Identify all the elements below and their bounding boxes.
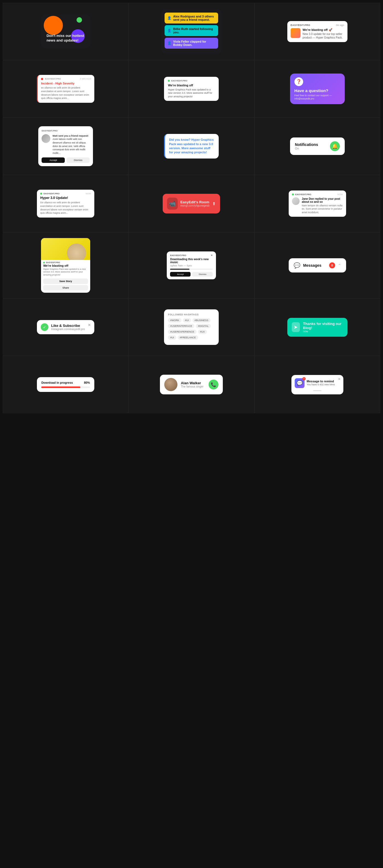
like-url: Instagram.com/easyedit.pro bbox=[51, 328, 85, 331]
easyedit-body: New 3.0 update for our top seller produc… bbox=[303, 32, 344, 39]
notifications-bell-icon[interactable]: 🔔 bbox=[330, 141, 340, 151]
incident-header: EASYEDIT.PRO 5 MIN AGO bbox=[41, 78, 91, 80]
easyedit-notif-cell: EASYEDIT.PRO 3m ago We're blasting off 🚀… bbox=[255, 3, 380, 60]
friend-req-row-3[interactable]: 👤 Viola Feller clapped for Bobby Down. bbox=[165, 38, 218, 49]
incident-title: Incident - High Severity bbox=[41, 82, 91, 85]
thanks-content: Thanks for visiting our Blog! now bbox=[303, 322, 343, 333]
jane-reply-card: EASYEDIT.PRO NOW Jane Doe replied to you… bbox=[289, 190, 346, 217]
hashtag-row-3: #USEREXPERIENCE #UX bbox=[168, 330, 215, 334]
friend-req-text-2: Billie Ruth started following you. bbox=[173, 27, 215, 34]
dm-buttons: Accept Dismiss bbox=[170, 272, 213, 277]
room-share-icon[interactable]: ⬆ bbox=[212, 201, 216, 206]
easyedit-notif-body: We're blasting off 🚀 New 3.0 update for … bbox=[291, 28, 344, 39]
version-brand: EASYEDIT.PRO bbox=[171, 80, 187, 82]
easyedit-thumbnail bbox=[291, 28, 300, 38]
hyper-header: EASYEDIT.PRO NOW bbox=[40, 192, 91, 195]
dm-accept-button[interactable]: Accept bbox=[170, 272, 190, 277]
hyper-brand: EASYEDIT.PRO bbox=[43, 192, 60, 195]
fa-text: Matt sent you a friend request! Anim lab… bbox=[53, 134, 90, 155]
dm-dismiss-button[interactable]: Dismiss bbox=[192, 272, 213, 277]
room-card: 📹 EasyEdit's Room msngr.com/y/iguvwgesb … bbox=[163, 194, 220, 213]
friend-req-text-3: Viola Feller clapped for Bobby Down. bbox=[173, 40, 215, 46]
messages-label: Messages bbox=[303, 263, 326, 268]
notifications-on-card[interactable]: Notifications On 🔔 bbox=[290, 137, 345, 155]
dl-header: Download in progress 80% bbox=[41, 381, 90, 384]
version-header: EASYEDIT.PRO bbox=[168, 80, 215, 82]
hashtag-work[interactable]: #WORK bbox=[168, 318, 181, 322]
messages-card[interactable]: 💬 Messages 0 ⌃ bbox=[289, 258, 346, 273]
fa-title: Matt sent you a friend request! bbox=[53, 134, 88, 137]
question-subtitle: Feel free to contact our support — info@… bbox=[294, 94, 341, 100]
story-image bbox=[41, 238, 90, 260]
version-body: Hyper Graphics Pack was updated to a new… bbox=[168, 88, 215, 98]
version-dot bbox=[168, 80, 170, 82]
hashtag-userexperience[interactable]: #USEREXPERIENCE bbox=[168, 330, 196, 334]
fa-dismiss-button[interactable]: Dismiss bbox=[66, 157, 90, 163]
thanks-card: ➤ Thanks for visiting our Blog! now bbox=[287, 318, 348, 337]
room-info: EasyEdit's Room msngr.com/y/iguvwgesb bbox=[180, 200, 210, 207]
friend-req-row-2[interactable]: 👤 Billie Ruth started following you. bbox=[165, 25, 218, 36]
hashtag-userinterface[interactable]: #USERINTERFACE bbox=[168, 324, 195, 328]
alan-call-button[interactable]: 📞 bbox=[209, 380, 218, 390]
dm-title: Downloading this week's new music bbox=[170, 258, 213, 264]
remind-top: 💬 5 Message to remind You have 5 432 new… bbox=[295, 378, 340, 388]
hashtag-business[interactable]: #BUSINESS bbox=[193, 318, 211, 322]
remind-body: You have 5 432 new Mms bbox=[307, 383, 335, 386]
promo-cell: Don't miss our hottest news and updates! bbox=[3, 3, 128, 60]
notifications-on-cell: Notifications On 🔔 bbox=[255, 118, 380, 175]
person-icon: 👤 bbox=[167, 16, 171, 20]
story-save-button[interactable]: Save Story bbox=[43, 278, 88, 284]
messages-badge: 0 bbox=[329, 262, 335, 268]
hyper-dot bbox=[40, 193, 42, 194]
easyedit-content: We're blasting off 🚀 New 3.0 update for … bbox=[303, 28, 344, 39]
friend-req-text-1: Alex Rodriguez and 3 others sent you a f… bbox=[173, 15, 215, 21]
story-face bbox=[67, 244, 86, 260]
like-title: Like & Subscribe bbox=[51, 323, 85, 328]
promo-text: Don't miss our hottest news and updates! bbox=[47, 34, 85, 43]
thanks-title: Thanks for visiting our Blog! bbox=[303, 322, 343, 330]
friend-req-row-1[interactable]: 👤 Alex Rodriguez and 3 others sent you a… bbox=[165, 12, 218, 24]
hashtag-digital[interactable]: #DIGITAL bbox=[196, 324, 211, 328]
question-title: Have a question? bbox=[294, 88, 341, 93]
friend-accept-cell: EASYEDIT.PRO Matt sent you a friend requ… bbox=[3, 118, 128, 175]
remind-cell: ✕ 💬 5 Message to remind You have 5 432 n… bbox=[255, 356, 380, 413]
remind-title: Message to remind bbox=[307, 380, 335, 383]
dm-brand-row: EASYEDIT.PRO ✕ bbox=[170, 254, 213, 257]
jane-content: Jane Doe replied to your post about so a… bbox=[302, 197, 343, 214]
friend-requests-card: 👤 Alex Rodriguez and 3 others sent you a… bbox=[161, 9, 222, 54]
like-subscribe-card: ✓ Like & Subscribe Instagram.com/easyedi… bbox=[37, 320, 94, 334]
remind-handle bbox=[313, 390, 322, 391]
fa-brand: EASYEDIT.PRO bbox=[41, 129, 90, 132]
incident-time: 5 MIN AGO bbox=[80, 78, 91, 80]
story-title: We're blasting off bbox=[41, 264, 90, 268]
hashtag-ux[interactable]: #UX bbox=[198, 330, 207, 334]
easyedit-title: We're blasting off 🚀 bbox=[303, 28, 344, 32]
alan-walker-card: Alan Walker The famous singer 📞 bbox=[160, 375, 223, 394]
download-music-cell: EASYEDIT.PRO ✕ Downloading this week's n… bbox=[128, 232, 254, 299]
story-share-button[interactable]: Share bbox=[43, 285, 88, 290]
story-card: EASYEDIT.PRO We're blasting off Hyper Gr… bbox=[41, 238, 90, 293]
dl-label: Download in progress bbox=[41, 381, 73, 384]
dm-progress-fill bbox=[170, 269, 189, 270]
dm-close[interactable]: ✕ bbox=[211, 254, 213, 257]
friend-requests-cell: 👤 Alex Rodriguez and 3 others sent you a… bbox=[128, 3, 254, 60]
messages-bubble-icon: 💬 bbox=[294, 262, 300, 269]
remind-text-content: Message to remind You have 5 432 new Mms bbox=[307, 380, 335, 386]
messages-chevron-icon: ⌃ bbox=[338, 263, 341, 268]
hashtag-ui[interactable]: #UI bbox=[183, 318, 191, 322]
notif-on-status: On bbox=[295, 147, 318, 150]
story-brand-dot bbox=[43, 262, 45, 264]
alan-avatar bbox=[164, 378, 177, 391]
incident-text: ex ullamco ex velit anim do proident exe… bbox=[41, 86, 91, 100]
hashtag-ui2[interactable]: #UI bbox=[168, 335, 176, 340]
remind-expand bbox=[295, 390, 340, 391]
dl-percent: 80% bbox=[84, 381, 90, 384]
like-close-icon[interactable]: ✕ bbox=[88, 323, 91, 327]
easyedit-time: 3m ago bbox=[336, 24, 344, 27]
question-cell: ❓ Have a question? Feel free to contact … bbox=[255, 60, 380, 118]
remind-close-icon[interactable]: ✕ bbox=[338, 377, 341, 381]
fa-accept-button[interactable]: Accept bbox=[41, 157, 65, 163]
hashtag-freelance[interactable]: #FREELANCE bbox=[178, 335, 198, 340]
question-card: ❓ Have a question? Feel free to contact … bbox=[290, 73, 345, 104]
fa-buttons: Accept Dismiss bbox=[41, 157, 90, 163]
